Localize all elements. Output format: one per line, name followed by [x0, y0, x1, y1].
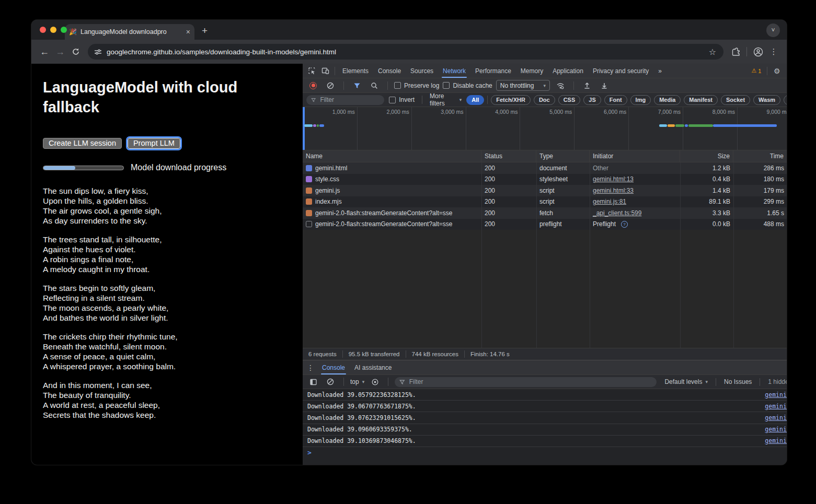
record-network-log-button[interactable]: [306, 79, 320, 92]
column-header-status[interactable]: Status: [481, 150, 536, 162]
drawer-menu-button[interactable]: ⋮: [304, 361, 317, 374]
live-expression-eye-button[interactable]: [368, 375, 382, 389]
console-message[interactable]: Downloaded 39.05792236328125%. gemini.js…: [303, 389, 787, 401]
console-message[interactable]: Downloaded 39.07623291015625%. gemini.js…: [303, 412, 787, 424]
devtools-tab-elements[interactable]: Elements: [338, 64, 373, 78]
more-tabs-button[interactable]: »: [653, 64, 666, 78]
initiator-link[interactable]: gemini.js:81: [593, 198, 626, 205]
reload-button[interactable]: [68, 44, 84, 60]
console-source-link[interactable]: gemini.js:39: [765, 414, 787, 421]
invert-checkbox[interactable]: Invert: [389, 96, 415, 103]
filter-toggle-button[interactable]: [350, 79, 364, 92]
address-bar[interactable]: googlechrome.github.io/samples/downloadi…: [88, 44, 723, 60]
disable-cache-checkbox[interactable]: Disable cache: [443, 82, 492, 89]
filter-chip-img[interactable]: Img: [630, 95, 651, 105]
prompt-llm-button[interactable]: Prompt LLM: [128, 138, 180, 149]
filter-chip-font[interactable]: Font: [604, 95, 627, 105]
column-header-time[interactable]: Time: [733, 150, 787, 162]
network-filter-input[interactable]: [319, 96, 380, 104]
new-tab-button[interactable]: +: [202, 25, 208, 37]
extensions-button[interactable]: [728, 44, 743, 60]
clear-console-button[interactable]: [324, 375, 337, 389]
tab-close-icon[interactable]: ×: [186, 28, 190, 36]
create-llm-session-button[interactable]: Create LLM session: [43, 138, 122, 149]
overview-left-handle[interactable]: [303, 107, 305, 150]
console-source-link[interactable]: gemini.js:39: [765, 426, 787, 433]
network-request-row[interactable]: style.css 200 stylesheet gemini.html:13 …: [303, 174, 787, 185]
network-request-row[interactable]: gemini-2.0-flash:streamGenerateContent?a…: [303, 207, 787, 219]
devtools-tab-application[interactable]: Application: [548, 64, 588, 78]
console-context-dropdown[interactable]: top▾: [350, 378, 364, 385]
network-request-row[interactable]: index.mjs 200 script gemini.js:81 89.1 k…: [303, 196, 787, 208]
console-tab-console[interactable]: Console: [317, 360, 350, 374]
browser-tab[interactable]: 🎉 LanguageModel downloadpro ×: [65, 24, 194, 40]
issues-warning-badge[interactable]: ⚠1: [748, 67, 764, 74]
column-header-type[interactable]: Type: [536, 150, 590, 162]
import-har-button[interactable]: [580, 79, 594, 92]
console-prompt[interactable]: >: [303, 447, 787, 459]
console-tab-ai-assistance[interactable]: AI assistance: [350, 360, 396, 374]
site-settings-icon[interactable]: [94, 48, 102, 56]
column-header-size[interactable]: Size: [680, 150, 733, 162]
tab-search-button[interactable]: ˅: [766, 24, 780, 37]
issues-status[interactable]: No Issues: [724, 378, 752, 385]
clear-network-log-button[interactable]: [324, 79, 337, 92]
filter-chip-all[interactable]: All: [466, 95, 484, 105]
filter-chip-other[interactable]: Other: [784, 95, 787, 105]
devtools-tab-network[interactable]: Network: [438, 64, 470, 78]
column-header-name[interactable]: Name: [303, 150, 481, 162]
devtools-tab-console[interactable]: Console: [373, 64, 406, 78]
initiator-link[interactable]: _api_client.ts:599: [593, 209, 641, 217]
forward-button[interactable]: →: [52, 44, 68, 60]
search-button[interactable]: [367, 79, 381, 92]
filter-chip-doc[interactable]: Doc: [534, 95, 555, 105]
filter-chip-wasm[interactable]: Wasm: [753, 95, 780, 105]
default-levels-dropdown[interactable]: Default levels▾: [664, 378, 708, 385]
network-request-row[interactable]: gemini.js 200 script gemini.html:33 1.4 …: [303, 185, 787, 196]
console-message[interactable]: Downloaded 39.0960693359375%. gemini.js:…: [303, 424, 787, 436]
maximize-window-button[interactable]: [61, 27, 67, 33]
console-message[interactable]: Downloaded 39.06707763671875%. gemini.js…: [303, 401, 787, 412]
devtools-tab-memory[interactable]: Memory: [516, 64, 548, 78]
inspect-element-button[interactable]: [305, 64, 318, 78]
waterfall-bar-blue: [319, 124, 324, 127]
preflight-link-icon[interactable]: ?: [621, 221, 628, 228]
filter-chip-media[interactable]: Media: [654, 95, 681, 105]
devtools-tab-sources[interactable]: Sources: [406, 64, 438, 78]
network-overview-timeline[interactable]: 1,000 ms2,000 ms3,000 ms4,000 ms5,000 ms…: [303, 107, 787, 150]
network-conditions-button[interactable]: [554, 79, 567, 92]
filter-chip-js[interactable]: JS: [583, 95, 601, 105]
filter-chip-css[interactable]: CSS: [558, 95, 581, 105]
console-filter-input[interactable]: [408, 378, 652, 386]
more-filters-dropdown[interactable]: More filters▾: [430, 92, 462, 107]
console-sidebar-button[interactable]: [306, 375, 320, 389]
export-har-button[interactable]: [597, 79, 611, 92]
initiator-link[interactable]: gemini.html:33: [593, 187, 634, 194]
device-toolbar-button[interactable]: [318, 64, 332, 78]
filter-chip-manifest[interactable]: Manifest: [684, 95, 718, 105]
initiator-link[interactable]: gemini.html:13: [593, 175, 634, 183]
profile-button[interactable]: [750, 44, 766, 60]
devtools-tab-performance[interactable]: Performance: [470, 64, 516, 78]
console-source-link[interactable]: gemini.js:39: [765, 403, 787, 410]
filter-chip-fetch-xhr[interactable]: Fetch/XHR: [491, 95, 531, 105]
devtools-tab-privacy-and-security[interactable]: Privacy and security: [588, 64, 653, 78]
column-header-initiator[interactable]: Initiator: [590, 150, 680, 162]
url-text[interactable]: googlechrome.github.io/samples/downloadi…: [107, 48, 700, 56]
preserve-log-checkbox[interactable]: Preserve log: [394, 82, 439, 89]
network-request-row[interactable]: gemini.html 200 document Other 1.2 kB 28…: [303, 162, 787, 174]
close-window-button[interactable]: [40, 27, 46, 33]
filter-chip-socket[interactable]: Socket: [721, 95, 750, 105]
network-request-row[interactable]: gemini-2.0-flash:streamGenerateContent?a…: [303, 219, 787, 230]
console-source-link[interactable]: gemini.js:39: [765, 437, 787, 444]
console-message[interactable]: Downloaded 39.10369873046875%. gemini.js…: [303, 436, 787, 447]
bookmark-star-icon[interactable]: ☆: [705, 47, 720, 57]
devtools-divider: [387, 81, 388, 90]
back-button[interactable]: ←: [37, 44, 52, 60]
console-source-link[interactable]: gemini.js:39: [765, 391, 787, 398]
throttling-dropdown[interactable]: No throttling▾: [496, 80, 550, 91]
browser-menu-button[interactable]: ⋮: [766, 44, 781, 60]
minimize-window-button[interactable]: [50, 27, 56, 33]
devtools-menu-button[interactable]: ⋮: [784, 64, 787, 78]
devtools-settings-button[interactable]: ⚙: [770, 64, 784, 78]
